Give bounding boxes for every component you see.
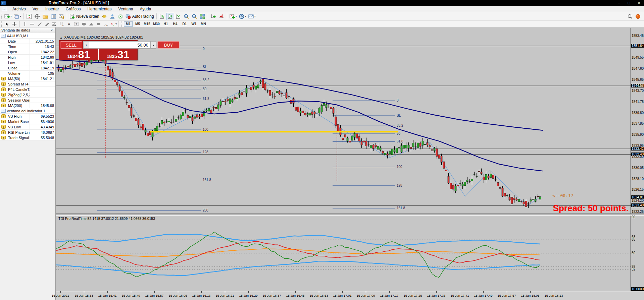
profiles-button[interactable]: ▾ xyxy=(13,13,22,20)
autotrading-button[interactable]: AutoTrading xyxy=(125,13,155,20)
templates-button[interactable]: ▾ xyxy=(247,13,257,20)
timeframe-m5-button[interactable]: M5 xyxy=(133,21,142,27)
sell-price[interactable]: 182481 xyxy=(59,49,99,60)
cursor-button[interactable] xyxy=(3,21,11,27)
volume-up-button[interactable]: ▴ xyxy=(150,41,156,49)
autotrading-icon xyxy=(126,14,131,19)
menu-ventana[interactable]: Ventana xyxy=(115,6,136,12)
price-axis-badge: 1851.64 xyxy=(631,44,644,48)
cursor-icon xyxy=(5,22,9,26)
text-label-button[interactable]: T xyxy=(73,21,80,27)
line-chart-button[interactable] xyxy=(174,13,182,20)
menu-insertar[interactable]: Insertar xyxy=(42,6,62,12)
time-axis-tick xyxy=(201,291,202,293)
timeframe-d1-button[interactable]: D1 xyxy=(180,21,189,27)
volume-down-button[interactable]: ▾ xyxy=(83,41,89,49)
search-button[interactable] xyxy=(626,13,634,20)
zoom-in-icon xyxy=(184,14,189,19)
help-button[interactable] xyxy=(634,13,642,20)
close-data-window-button[interactable]: × xyxy=(49,28,54,32)
timeframe-h4-button[interactable]: H4 xyxy=(171,21,180,27)
zoom-in-button[interactable] xyxy=(182,13,190,20)
indicator-axis[interactable]: 90686550353210.0000 xyxy=(631,216,644,291)
volume-stepper: ▾ ▴ xyxy=(83,41,156,49)
terminal-button[interactable] xyxy=(49,13,57,20)
indicator-axis-badge: 10.0000 xyxy=(631,287,644,291)
svg-text:161.8: 161.8 xyxy=(203,178,211,182)
fibo-grid-button[interactable]: F xyxy=(58,21,65,27)
tile-windows-button[interactable] xyxy=(198,13,206,20)
menu-ayuda[interactable]: Ayuda xyxy=(136,6,154,12)
sell-button[interactable]: SELL xyxy=(60,41,82,49)
community-button[interactable] xyxy=(108,13,116,20)
market-watch-button[interactable] xyxy=(25,13,33,20)
autotrading-label: AutoTrading xyxy=(132,14,154,19)
price-axis-tick: 1830.05 xyxy=(632,166,644,170)
minimize-button[interactable]: − xyxy=(614,1,624,5)
vertical-line-button[interactable] xyxy=(21,21,29,27)
svg-text:38.2: 38.2 xyxy=(397,124,403,127)
toolbar-grip[interactable] xyxy=(1,21,2,27)
maximize-button[interactable]: □ xyxy=(624,1,634,5)
main-chart[interactable]: 0SL38.25061.8100128161.82000SL38.25061.8… xyxy=(56,28,631,214)
candlestick-button[interactable] xyxy=(166,13,174,20)
time-axis-label: 15 Jan 16:21 xyxy=(216,294,234,297)
strategy-tester-button[interactable] xyxy=(57,13,65,20)
spread-label: Spread: 50 points. xyxy=(553,203,629,214)
toolbar-grip[interactable] xyxy=(121,21,122,27)
zoom-out-button[interactable] xyxy=(190,13,198,20)
channel-button[interactable] xyxy=(43,21,51,27)
trendline-button[interactable] xyxy=(36,21,43,27)
svg-text:0: 0 xyxy=(397,99,399,102)
navigator-button[interactable] xyxy=(41,13,49,20)
ellipse-button[interactable] xyxy=(80,21,88,27)
new-chart-button[interactable]: ▾ xyxy=(3,13,13,20)
text-button[interactable]: A xyxy=(65,21,73,27)
arrows-button[interactable]: ▾ xyxy=(110,21,117,27)
price-axis[interactable]: 1853.451849.551847.601845.651843.701841.… xyxy=(631,28,644,214)
crosshair-button[interactable] xyxy=(11,21,18,27)
indicator-axis-tick: 90 xyxy=(632,216,635,219)
time-axis-tick xyxy=(225,291,225,293)
menu-herramientas[interactable]: Herramientas xyxy=(84,6,115,12)
new-order-button[interactable]: Nueva orden xyxy=(68,13,100,20)
periods-button[interactable]: ▾ xyxy=(238,13,247,20)
buy-price[interactable]: 182531 xyxy=(99,49,137,60)
chart-shift-button[interactable] xyxy=(217,13,226,20)
timeframe-mn-button[interactable]: MN xyxy=(199,21,208,27)
volume-input[interactable] xyxy=(89,41,150,49)
community-icon xyxy=(110,14,115,19)
time-axis-label: 15 Jan 16:29 xyxy=(239,294,258,297)
triangle-icon xyxy=(89,22,94,26)
menu-archivo[interactable]: Archivo xyxy=(9,6,29,12)
table-row: fSpread MT4 xyxy=(0,81,55,87)
fibonacci-button[interactable]: F xyxy=(51,21,58,27)
metaeditor-button[interactable] xyxy=(100,13,108,20)
fibo-arcs-button[interactable]: F xyxy=(102,21,110,27)
indicators-button[interactable]: ▾ xyxy=(229,13,238,20)
triangle-button[interactable] xyxy=(88,21,95,27)
horizontal-line-button[interactable] xyxy=(29,21,36,27)
menu-graficos[interactable]: Gráficos xyxy=(62,6,84,12)
rectangle-button[interactable] xyxy=(95,21,102,27)
timeframe-m30-button[interactable]: M30 xyxy=(152,21,161,27)
title-bar: P RoboForex-Pro-2 - [XAUUSD,M1] − □ × xyxy=(0,0,644,6)
chart-menu-icon[interactable]: ~ xyxy=(2,7,7,11)
table-row: fMA(200)1845.68 xyxy=(0,103,55,108)
timeframe-m1-button[interactable]: M1 xyxy=(124,21,133,27)
bar-chart-button[interactable] xyxy=(158,13,166,20)
collapse-one-click-icon[interactable]: ▲ xyxy=(60,36,62,39)
toolbar-grip[interactable] xyxy=(1,14,2,19)
indicator-chart[interactable] xyxy=(56,216,631,291)
auto-scroll-button[interactable] xyxy=(209,13,217,20)
timeframe-w1-button[interactable]: W1 xyxy=(190,21,198,27)
data-window-button[interactable] xyxy=(33,13,41,20)
price-axis-tick: 1837.85 xyxy=(632,122,644,125)
timeframe-m15-button[interactable]: M15 xyxy=(143,21,151,27)
time-axis[interactable]: 15 Jan 202115 Jan 15:3315 Jan 15:4115 Ja… xyxy=(56,291,644,300)
menu-ver[interactable]: Ver xyxy=(29,6,42,12)
buy-button[interactable]: BUY xyxy=(157,41,180,49)
timeframe-h1-button[interactable]: H1 xyxy=(161,21,170,27)
signals-button[interactable] xyxy=(116,13,125,20)
close-button[interactable]: × xyxy=(634,1,644,5)
